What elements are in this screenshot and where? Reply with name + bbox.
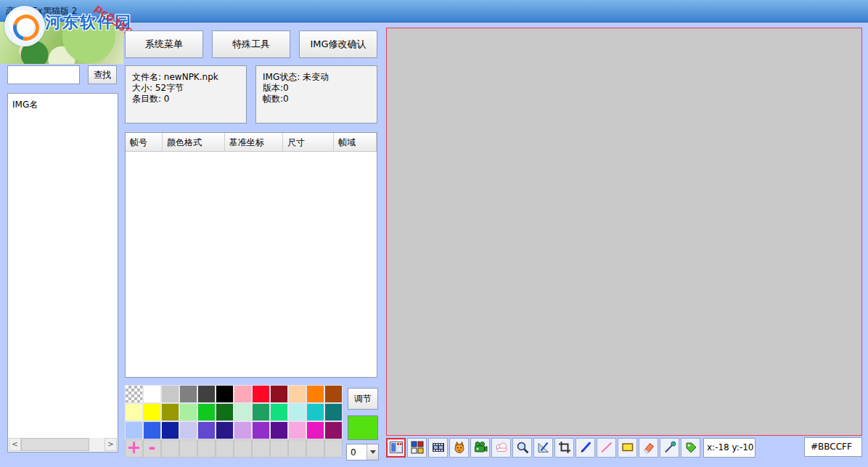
palette-empty-cell[interactable] <box>252 439 270 458</box>
palette-empty-cell[interactable] <box>270 439 288 458</box>
watermark-logo-icon <box>4 6 45 46</box>
canvas[interactable] <box>386 28 862 436</box>
palette-remove-button[interactable]: - <box>143 439 161 458</box>
system-menu-button[interactable]: 系统菜单 <box>125 31 203 58</box>
zoom-icon[interactable] <box>512 438 532 458</box>
scroll-right-arrow-icon[interactable]: > <box>105 438 117 451</box>
search-input[interactable] <box>7 65 80 84</box>
palette-color-cell[interactable] <box>288 403 306 421</box>
bottom-toolbar: x:-18 y:-10 <box>386 436 756 458</box>
tag-icon[interactable] <box>681 438 700 458</box>
eraser-icon[interactable] <box>639 438 658 458</box>
frame-table-header: 帧号颜色格式基准坐标尺寸帧域 <box>126 133 377 152</box>
chevron-down-icon <box>370 450 376 454</box>
palette-grid-icon[interactable] <box>407 438 427 458</box>
palette-empty-cell[interactable] <box>288 439 306 458</box>
palette-empty-cell[interactable] <box>306 439 324 458</box>
palette-color-cell[interactable] <box>197 385 216 403</box>
palette-color-cell[interactable] <box>161 421 179 439</box>
palette-color-cell[interactable] <box>143 403 161 421</box>
img-confirm-button[interactable]: IMG修改确认 <box>299 31 377 58</box>
palette-color-cell[interactable] <box>306 403 324 421</box>
file-info-panel: 文件名: newNPK.npk 大小: 52字节 条目数: 0 <box>125 65 247 123</box>
palette-empty-cell[interactable] <box>234 439 252 458</box>
frame-table-column-header[interactable]: 帧号 <box>126 133 163 151</box>
frame-table-column-header[interactable]: 帧域 <box>334 133 377 151</box>
scroll-left-arrow-icon[interactable]: < <box>9 438 21 451</box>
frame-table[interactable]: 帧号颜色格式基准坐标尺寸帧域 <box>125 132 377 378</box>
palette-empty-cell[interactable] <box>161 439 179 458</box>
ruler-pen-icon[interactable] <box>533 438 553 458</box>
img-list-header: IMG名 <box>8 94 118 116</box>
img-version-text: 版本:0 <box>263 83 370 94</box>
palette-color-cell[interactable] <box>197 403 216 421</box>
palette-empty-cell[interactable] <box>197 439 216 458</box>
palette-color-cell[interactable] <box>288 421 306 439</box>
img-frames-text: 帧数:0 <box>263 94 370 105</box>
palette-color-cell[interactable] <box>161 385 179 403</box>
entry-count-text: 条目数: 0 <box>132 94 239 105</box>
palette-color-cell[interactable] <box>216 385 234 403</box>
current-color-swatch[interactable] <box>348 415 378 440</box>
palette-empty-cell[interactable] <box>179 439 197 458</box>
frame-select[interactable]: 0 <box>346 444 379 460</box>
file-size-text: 大小: 52字节 <box>132 83 239 94</box>
frame-select-value: 0 <box>347 444 367 460</box>
horizontal-scrollbar[interactable]: < > <box>9 438 117 451</box>
palette-empty-cell[interactable] <box>216 439 234 458</box>
frame-table-column-header[interactable]: 尺寸 <box>283 133 334 151</box>
palette-color-cell[interactable] <box>252 421 270 439</box>
palette-color-cell[interactable] <box>288 385 306 403</box>
palette-color-cell[interactable] <box>179 403 197 421</box>
palette-transparent-cell[interactable] <box>125 385 143 403</box>
palette-empty-cell[interactable] <box>324 439 343 458</box>
scrollbar-thumb[interactable] <box>21 438 89 451</box>
app-window: 恋恋のEx黑猫版 2 河东软件园 pc0359.cn 系统菜单 特殊工具 IMG… <box>0 0 868 467</box>
palette-color-cell[interactable] <box>125 403 143 421</box>
cat-icon[interactable] <box>449 438 469 458</box>
frame-table-column-header[interactable]: 基准坐标 <box>225 133 283 151</box>
img-list[interactable]: IMG名 < > <box>7 93 118 452</box>
img-status-panel: IMG状态: 未变动 版本:0 帧数:0 <box>255 65 377 123</box>
palette-color-cell[interactable] <box>252 403 270 421</box>
img-status-text: IMG状态: 未变动 <box>263 72 370 83</box>
adjust-button[interactable]: 调节 <box>348 388 378 410</box>
line-icon[interactable] <box>597 438 616 458</box>
palette-color-cell[interactable] <box>179 421 197 439</box>
palette-color-cell[interactable] <box>216 421 234 439</box>
crop-icon[interactable] <box>554 438 574 458</box>
pen-icon[interactable] <box>576 438 595 458</box>
palette-color-cell[interactable] <box>270 403 288 421</box>
frame-table-column-header[interactable]: 颜色格式 <box>163 133 225 151</box>
palette-grid[interactable]: +- <box>125 385 343 458</box>
dropdown-arrow-button[interactable] <box>367 444 378 460</box>
palette-color-cell[interactable] <box>234 421 252 439</box>
palette-color-cell[interactable] <box>161 403 179 421</box>
cloud-icon[interactable] <box>491 438 511 458</box>
palette-color-cell[interactable] <box>324 421 343 439</box>
palette-color-cell[interactable] <box>252 385 270 403</box>
film-strip-icon[interactable] <box>428 438 448 458</box>
file-name-text: 文件名: newNPK.npk <box>132 72 239 83</box>
palette-color-cell[interactable] <box>324 403 343 421</box>
palette-color-cell[interactable] <box>270 421 288 439</box>
eyedropper-icon[interactable] <box>660 438 679 458</box>
palette-color-cell[interactable] <box>306 385 324 403</box>
palette-color-cell[interactable] <box>306 421 324 439</box>
palette-color-cell[interactable] <box>324 385 343 403</box>
frame-view-icon[interactable] <box>386 438 406 458</box>
palette-color-cell[interactable] <box>197 421 216 439</box>
palette-color-cell[interactable] <box>234 403 252 421</box>
movie-camera-icon[interactable] <box>470 438 490 458</box>
palette-color-cell[interactable] <box>270 385 288 403</box>
search-button[interactable]: 查找 <box>88 65 117 84</box>
palette-color-cell[interactable] <box>216 403 234 421</box>
rectangle-icon[interactable] <box>618 438 637 458</box>
palette-color-cell[interactable] <box>179 385 197 403</box>
palette-color-cell[interactable] <box>234 385 252 403</box>
palette-color-cell[interactable] <box>143 385 161 403</box>
palette-add-button[interactable]: + <box>125 439 143 458</box>
special-tools-button[interactable]: 特殊工具 <box>212 31 290 58</box>
hex-color-display: #BBCCFF <box>804 437 862 457</box>
scrollbar-track[interactable] <box>21 438 105 451</box>
